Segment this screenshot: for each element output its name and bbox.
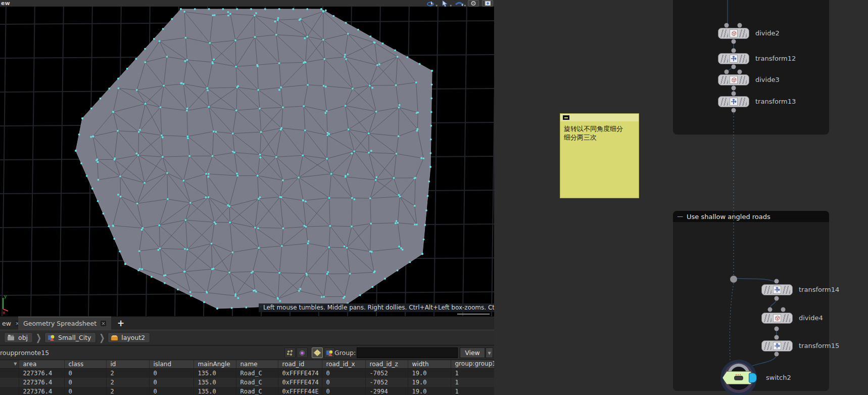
node-transform15[interactable]: transform15 xyxy=(761,340,868,352)
show-vertices-button[interactable] xyxy=(297,347,308,358)
points-icon xyxy=(286,349,294,356)
geometry-container-icon xyxy=(111,335,118,341)
column-header-class[interactable]: class xyxy=(64,360,106,369)
table-row[interactable]: 227376.4 0 2 0 135.0 Road_C 0xFFFFE474 0… xyxy=(0,378,494,387)
table-row[interactable]: 227376.4 0 2 0 135.0 Road_C 0xFFFFE474 0… xyxy=(0,369,494,378)
node-body[interactable] xyxy=(761,313,793,324)
close-icon[interactable]: × xyxy=(101,321,106,326)
caret-down-icon: ▼ xyxy=(450,4,452,7)
note-line: 细分两三次 xyxy=(564,133,636,142)
breadcrumb: obj ❯ Small_City ❯ layout2 xyxy=(0,330,494,345)
column-header-island[interactable]: island xyxy=(149,360,194,369)
divide-icon xyxy=(730,29,738,37)
display-flag[interactable] xyxy=(749,373,757,383)
handles-tool-button[interactable]: ▼ xyxy=(454,1,465,7)
column-header-name[interactable]: name xyxy=(236,360,278,369)
row-select-cell[interactable] xyxy=(0,387,19,395)
column-header-area[interactable]: area xyxy=(19,360,64,369)
spreadsheet-node-name: rouppromote15 xyxy=(0,349,49,357)
expand-icon xyxy=(485,1,491,6)
sticky-note-minimize-button[interactable] xyxy=(563,115,569,120)
column-header-width[interactable]: width xyxy=(408,360,451,369)
primitives-icon xyxy=(313,349,321,357)
tab-scene-view[interactable]: ew × xyxy=(0,317,18,330)
show-points-button[interactable] xyxy=(284,347,296,358)
snapping-toggle-button[interactable] xyxy=(468,0,479,7)
obj-network-icon xyxy=(7,334,15,341)
node-switch2[interactable]: switch2 xyxy=(720,360,837,395)
tab-geometry-spreadsheet[interactable]: Geometry Spreadsheet × xyxy=(18,317,111,330)
chevron-right-icon: ❯ xyxy=(33,332,44,343)
geometry-spreadsheet-table: ▼ area class id island mainAngle name ro… xyxy=(0,360,494,395)
row-select-column-header[interactable]: ▼ xyxy=(0,360,19,369)
node-body[interactable] xyxy=(718,53,749,64)
node-name-label: divide2 xyxy=(755,29,780,37)
network-box-header[interactable]: — Use shallow angled roads xyxy=(673,211,829,222)
viewport-scrollbar-handle[interactable] xyxy=(457,314,490,315)
row-select-cell[interactable] xyxy=(0,378,19,387)
viewport-header: ew ▼ ▼ xyxy=(0,0,494,7)
column-header-road-id-x[interactable]: road_id_x xyxy=(322,360,365,369)
axis-x-label: x xyxy=(3,310,6,314)
row-select-cell[interactable] xyxy=(0,369,19,378)
handles-icon xyxy=(455,1,464,7)
network-editor[interactable]: — Use shallow angled roads xyxy=(494,0,868,395)
sticky-note[interactable]: 旋转以不同角度细分 细分两三次 xyxy=(560,113,639,198)
column-header-road-id[interactable]: road_id xyxy=(278,360,322,369)
sticky-note-text: 旋转以不同角度细分 细分两三次 xyxy=(560,121,639,142)
breadcrumb-label: Small_City xyxy=(58,334,91,341)
cell: 227376.4 xyxy=(19,378,64,387)
node-name-label: transform15 xyxy=(799,342,839,349)
node-body[interactable] xyxy=(761,340,793,352)
cell: 0 xyxy=(149,387,194,395)
cell: Road_C xyxy=(236,369,278,378)
node-transform13[interactable]: transform13 xyxy=(718,96,834,107)
cell: 0 xyxy=(322,387,365,395)
table-header-row: ▼ area class id island mainAngle name ro… xyxy=(0,360,494,369)
minimize-icon[interactable]: — xyxy=(677,213,683,220)
node-body[interactable] xyxy=(718,96,749,107)
divide-icon xyxy=(773,314,781,322)
node-body[interactable] xyxy=(718,28,749,39)
caret-down-icon: ▼ xyxy=(464,4,466,7)
axis-y-label: y xyxy=(4,294,7,299)
node-transform12[interactable]: transform12 xyxy=(718,53,834,64)
chevron-right-icon: ❯ xyxy=(96,332,108,343)
node-divide4[interactable]: divide4 xyxy=(761,313,868,324)
viewport-canvas[interactable] xyxy=(0,0,494,316)
node-transform14[interactable]: transform14 xyxy=(761,284,868,295)
vertices-icon xyxy=(299,350,305,356)
view-menu-button[interactable]: View xyxy=(460,347,485,358)
transform-icon xyxy=(730,55,738,63)
view-menu-arrow-button[interactable]: ▼ xyxy=(486,347,493,358)
sticky-note-header[interactable] xyxy=(560,114,639,121)
cell: 135.0 xyxy=(194,378,236,387)
breadcrumb-item-small-city[interactable]: Small_City xyxy=(44,332,96,343)
new-tab-button[interactable]: + xyxy=(111,317,130,330)
pane-tab-bar: ew × Geometry Spreadsheet × + xyxy=(0,316,494,330)
node-body[interactable] xyxy=(761,284,793,295)
select-tool-button[interactable]: ▼ xyxy=(440,1,451,7)
column-header-mainangle[interactable]: mainAngle xyxy=(194,360,236,369)
column-header-group-label: group:group1 xyxy=(455,360,495,367)
node-divide2[interactable]: divide2 xyxy=(718,28,834,39)
node-divide3[interactable]: divide3 xyxy=(718,74,834,85)
node-body[interactable] xyxy=(718,74,749,85)
column-header-group[interactable]: group:group11 xyxy=(451,360,494,369)
scene-viewport[interactable]: ew ▼ ▼ xyxy=(0,0,494,316)
network-box-top[interactable] xyxy=(673,0,829,135)
viewport-pane-title: ew xyxy=(0,0,10,7)
view-tumble-tool-button[interactable]: ▼ xyxy=(425,1,437,7)
expand-view-button[interactable] xyxy=(482,0,493,7)
breadcrumb-item-layout2[interactable]: layout2 xyxy=(108,332,150,343)
breadcrumb-item-obj[interactable]: obj xyxy=(4,332,33,343)
column-header-road-id-z[interactable]: road_id_z xyxy=(365,360,408,369)
viewport-toolbar: ▼ ▼ ▼ xyxy=(425,0,493,7)
show-primitives-button[interactable] xyxy=(312,347,323,358)
table-row[interactable]: 227376.4 0 2 0 135.0 Road_C 0xFFFFF44E 0… xyxy=(0,387,494,395)
spreadsheet-toolbar: rouppromote15 Gro xyxy=(0,345,494,360)
column-header-id[interactable]: id xyxy=(106,360,149,369)
group-input[interactable] xyxy=(357,347,458,358)
show-detail-button[interactable] xyxy=(324,347,335,358)
cell: 135.0 xyxy=(194,369,236,378)
